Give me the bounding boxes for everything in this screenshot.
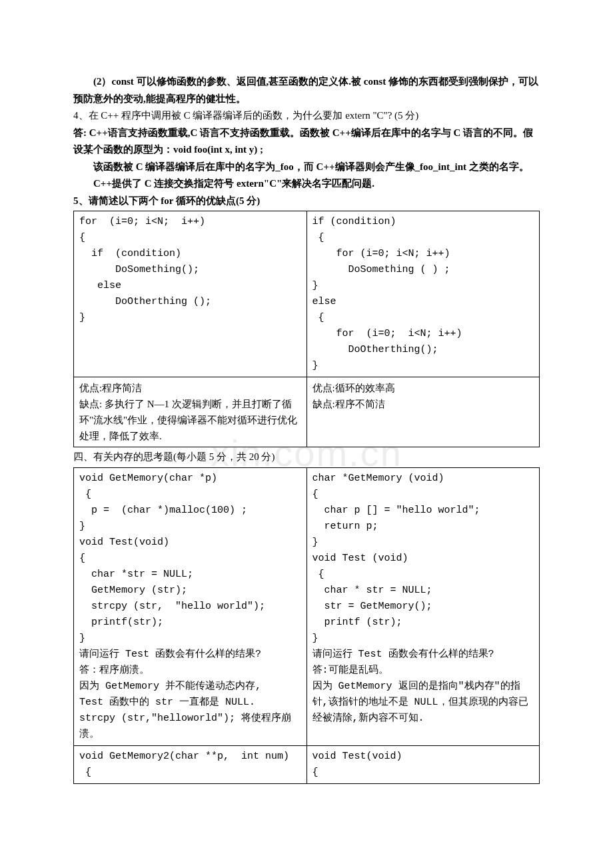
paragraph-const: (2）const 可以修饰函数的参数、返回值,甚至函数的定义体.被 const … xyxy=(73,73,540,107)
answer-4-line2: 该函数被 C 编译器编译后在库中的名字为_foo，而 C++编译器则会产生像_f… xyxy=(73,159,540,176)
question-5: 5、请简述以下两个 for 循环的优缺点(5 分) xyxy=(73,193,540,210)
memory-q2-right: void Test(void) { xyxy=(312,749,534,781)
loop-code-left: for (i=0; i<N; i++) { if (condition) DoS… xyxy=(79,214,301,326)
loop-analysis-left: 优点:程序简洁 缺点: 多执行了 N—1 次逻辑判断，并且打断了循环"流水线"作… xyxy=(79,380,301,444)
section-4-heading: 四、有关内存的思考题(每小题 5 分，共 20 分) xyxy=(73,449,540,466)
memory-q1-right: char *GetMemory (void) { char p [] = "he… xyxy=(312,471,534,727)
document-page: xin.com.cn (2）const 可以修饰函数的参数、返回值,甚至函数的定… xyxy=(0,0,613,868)
answer-4-line3: C++提供了 C 连接交换指定符号 extern"C"来解决名字匹配问题. xyxy=(73,175,540,193)
question-4: 4、在 C++ 程序中调用被 C 编译器编译后的函数，为什么要加 extern … xyxy=(73,107,540,125)
table-for-loop-compare: for (i=0; i<N; i++) { if (condition) DoS… xyxy=(73,211,540,447)
loop-code-right: if (condition) { for (i=0; i<N; i++) DoS… xyxy=(312,214,534,374)
loop-analysis-right: 优点:循环的效率高 缺点:程序不简洁 xyxy=(312,380,534,412)
answer-4-line1: 答: C++语言支持函数重载,C 语言不支持函数重载。函数被 C++编译后在库中… xyxy=(73,125,540,159)
memory-q2-left: void GetMemory2(char **p, int num) { xyxy=(79,749,301,781)
table-memory-questions: void GetMemory(char *p) { p = (char *)ma… xyxy=(73,467,540,784)
memory-q1-left: void GetMemory(char *p) { p = (char *)ma… xyxy=(79,471,301,743)
